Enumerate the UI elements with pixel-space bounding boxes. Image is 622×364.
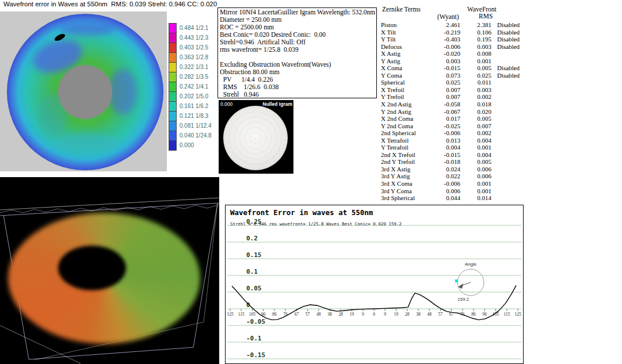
mirror-info-box: Mirror 10Nf4 LacertaGuillier Igram Wavel… [217, 7, 377, 98]
legend-entry: 0.484 1/2.1 [169, 23, 212, 33]
zernike-row[interactable]: 3rd X Astig0.0240.006 [380, 166, 559, 173]
zernike-wyant-value: 0.017 [426, 115, 460, 122]
zernike-disabled-flag: Disabled [497, 64, 520, 72]
info-line: Obstruction 80.00 mm [220, 68, 375, 76]
zernike-row[interactable]: X Astig-0.0200.008 [380, 50, 559, 58]
zernike-row[interactable]: X Tilt-0.2190.106Disabled [380, 29, 559, 36]
profile-title: Wavefront Error in waves at 550nm [230, 208, 373, 217]
zernike-term-name: Y Tetrafoil [381, 144, 409, 151]
zernike-row[interactable]: Y Coma0.0730.025Disabled [380, 72, 559, 79]
x-tick-label: 28 [405, 312, 410, 317]
wavefront-2d-map[interactable] [0, 12, 167, 171]
legend-label: 0.322 1/3.1 [180, 64, 208, 70]
zernike-row[interactable]: 3rd Spherical0.0440.014 [380, 194, 559, 202]
wavefront-3d-view[interactable] [0, 177, 219, 364]
zernike-rms-value: 0.004 [463, 137, 491, 144]
zernike-term-name: 3rd X Coma [381, 180, 412, 187]
x-tick-label: 86 [471, 312, 476, 317]
info-line: Strehl 0.946 [220, 91, 375, 98]
legend-entry: 0.443 1/2.3 [169, 33, 212, 43]
angle-dial[interactable]: Angle159.2 [455, 262, 484, 302]
zernike-rms-value: 0.002 [463, 93, 491, 101]
zernike-row[interactable]: X 2nd Astig-0.0580.018 [380, 101, 559, 108]
zernike-wyant-value: 0.025 [426, 79, 460, 86]
y-tick-label: 0.15 [246, 251, 262, 259]
x-tick-label: 86 [272, 312, 277, 317]
zernike-wyant-value: 0.044 [426, 194, 460, 202]
nulled-igram-panel[interactable]: 0.000 Nulled Igram [219, 100, 293, 174]
zernike-term-name: Spherical [381, 79, 405, 86]
zernike-table-title: Zernike Terms [382, 6, 421, 13]
zernike-row[interactable]: 2nd Y Trefoil-0.0180.005 [380, 158, 559, 166]
x-tick-label: 48 [316, 312, 321, 317]
zernike-wyant-value: -0.015 [426, 151, 460, 159]
zernike-row[interactable]: Y 2nd Coma-0.0250.007 [380, 122, 559, 130]
zernike-term-name: Piston [381, 21, 397, 29]
zernike-row[interactable]: Y Astig0.0030.001 [380, 58, 559, 65]
zernike-wyant-value: 0.024 [426, 166, 460, 173]
zernike-row[interactable]: 2nd Spherical-0.0060.002 [380, 129, 559, 137]
zernike-term-name: 2nd Spherical [381, 129, 416, 137]
angle-label: Angle [465, 262, 477, 267]
zernike-row[interactable]: X Trefoil0.0070.003 [380, 86, 559, 94]
zernike-row[interactable]: X Tetrafoil0.0130.004 [380, 137, 559, 144]
legend-label: 0.484 1/2.1 [180, 25, 208, 31]
zernike-row[interactable]: 2nd X Trefoil-0.0150.004 [380, 151, 559, 159]
legend-swatch [169, 101, 177, 112]
wavefront-2d-title: Wavefront error in Waves at 550nm RMS: 0… [3, 1, 217, 7]
zernike-col-wavefront: WaveFront [467, 6, 497, 13]
legend-label: 0.000 [180, 142, 194, 148]
legend-label: 0.242 1/4.1 [180, 83, 208, 90]
zernike-row[interactable]: Y 2nd Astig-0.0670.020 [380, 108, 559, 116]
zernike-wyant-value: 0.022 [426, 173, 460, 180]
zernike-row[interactable]: Defocus-0.0060.003Disabled [380, 43, 559, 51]
legend-swatch [169, 52, 177, 63]
zernike-term-name: X Astig [381, 50, 400, 58]
y-tick-label: -0.15 [246, 351, 265, 359]
zernike-term-name: X Tilt [381, 29, 396, 36]
zernike-row[interactable]: 3rd Y Coma0.0060.001 [380, 187, 559, 195]
zernike-term-name: 2nd X Trefoil [381, 151, 415, 159]
zernike-row[interactable]: Y Tetrafoil0.0040.001 [380, 144, 559, 151]
legend-swatch [169, 131, 177, 141]
profile-plot-panel[interactable]: Wavefront Error in waves at 550nm Strehl… [225, 205, 524, 364]
zernike-row[interactable]: Y Tilt-0.4030.195Disabled [380, 36, 559, 43]
info-line: Strehl=0.946 Artifical Null: Off [220, 39, 375, 46]
x-tick-label: 125 [227, 312, 234, 317]
zernike-term-name: 3rd Y Astig [381, 173, 410, 180]
legend-swatch [169, 82, 177, 92]
legend-label: 0.040 1/24.8 [180, 132, 212, 139]
zernike-rms-value: 0.006 [463, 173, 491, 180]
zernike-row[interactable]: Spherical0.0250.011 [380, 79, 559, 86]
zernike-row[interactable]: Y Trefoil0.0070.002 [380, 93, 559, 101]
zernike-row[interactable]: 3rd Y Astig0.0220.006 [380, 173, 559, 180]
legend-entry: 0.403 1/2.5 [169, 43, 212, 52]
zernike-wyant-value: 0.003 [426, 58, 460, 65]
zernike-rms-value: 0.020 [463, 108, 491, 116]
angle-marker[interactable] [455, 279, 458, 282]
legend-label: 0.403 1/2.5 [180, 44, 208, 51]
legend-label: 0.202 1/5.0 [180, 93, 208, 99]
legend-label: 0.443 1/2.3 [180, 35, 208, 41]
zernike-row[interactable]: X 2nd Coma0.0170.005 [380, 115, 559, 122]
x-tick-label: 19 [350, 312, 354, 317]
zernike-term-name: Y Coma [381, 72, 402, 79]
zernike-row[interactable]: X Coma-0.0150.005Disabled [380, 64, 559, 72]
zernike-row[interactable]: 3rd X Coma-0.0060.001 [380, 180, 559, 187]
x-tick-label: 38 [327, 312, 332, 317]
info-line: Best Conic= 0.020 Desired Conic: 0.00 [220, 31, 375, 39]
zernike-rms-value: 0.011 [463, 79, 491, 86]
zernike-rms-value: 0.004 [463, 151, 491, 159]
zernike-rms-value: 0.001 [463, 187, 491, 195]
zernike-rms-value: 0.014 [463, 194, 491, 202]
legend-swatch [169, 33, 177, 43]
info-line: PV 1/4.4 0.226 [220, 76, 375, 83]
zernike-rms-value: 0.001 [463, 58, 491, 65]
profile-chart[interactable]: 1251151059686766757483828199091928384857… [226, 205, 523, 363]
x-tick-label: 57 [438, 312, 443, 317]
wavefront-2d-canvas [0, 12, 167, 171]
zernike-wyant-value: -0.018 [426, 158, 460, 166]
zernike-row[interactable]: Piston2.4612.381Disabled [380, 21, 559, 29]
zernike-rows: Piston2.4612.381DisabledX Tilt-0.2190.10… [380, 21, 559, 202]
x-tick-label: 96 [483, 312, 487, 317]
